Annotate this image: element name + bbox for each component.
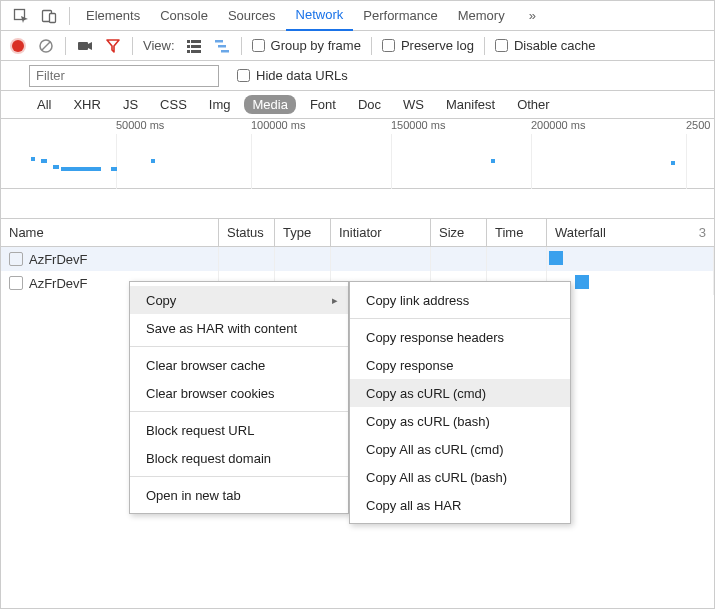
divider [130, 411, 348, 412]
svg-rect-5 [78, 42, 88, 50]
timeline-tick: 50000 ms [116, 119, 164, 131]
svg-rect-13 [218, 45, 226, 48]
ctx-clear-cookies[interactable]: Clear browser cookies [130, 379, 348, 407]
network-toolbar: View: Group by frame Preserve log Disabl… [1, 31, 714, 61]
tab-performance[interactable]: Performance [353, 1, 447, 31]
timeline-tick: 100000 ms [251, 119, 305, 131]
camera-icon[interactable] [76, 37, 94, 55]
ctx-clear-cache[interactable]: Clear browser cache [130, 351, 348, 379]
file-name: AzFrDevF [29, 276, 88, 291]
svg-rect-7 [191, 40, 201, 43]
divider [484, 37, 485, 55]
waterfall-bar [549, 251, 563, 265]
ctx-copy-all-curl-cmd[interactable]: Copy All as cURL (cmd) [350, 435, 570, 463]
tabs-overflow-icon[interactable]: » [519, 1, 546, 31]
divider [130, 346, 348, 347]
file-name: AzFrDevF [29, 252, 88, 267]
view-list-icon[interactable] [185, 37, 203, 55]
column-size[interactable]: Size [431, 219, 487, 246]
tab-memory[interactable]: Memory [448, 1, 515, 31]
ctx-block-domain[interactable]: Block request domain [130, 444, 348, 472]
filter-icon[interactable] [104, 37, 122, 55]
svg-rect-12 [215, 40, 223, 43]
svg-rect-9 [191, 45, 201, 48]
ctx-copy-link[interactable]: Copy link address [350, 286, 570, 314]
divider [130, 476, 348, 477]
ctx-save-har[interactable]: Save as HAR with content [130, 314, 348, 342]
divider [241, 37, 242, 55]
type-js[interactable]: JS [115, 95, 146, 114]
view-label: View: [143, 38, 175, 53]
tab-elements[interactable]: Elements [76, 1, 150, 31]
ctx-copy-all-curl-bash[interactable]: Copy All as cURL (bash) [350, 463, 570, 491]
ctx-copy[interactable]: Copy [130, 286, 348, 314]
column-initiator[interactable]: Initiator [331, 219, 431, 246]
timeline-tick: 150000 ms [391, 119, 445, 131]
device-toggle-icon[interactable] [35, 2, 63, 30]
ctx-copy-headers[interactable]: Copy response headers [350, 323, 570, 351]
type-css[interactable]: CSS [152, 95, 195, 114]
ctx-copy-curl-cmd[interactable]: Copy as cURL (cmd) [350, 379, 570, 407]
type-img[interactable]: Img [201, 95, 239, 114]
ctx-open-new-tab[interactable]: Open in new tab [130, 481, 348, 509]
timeline-tick: 2500 [686, 119, 710, 131]
filter-input[interactable] [29, 65, 219, 87]
type-doc[interactable]: Doc [350, 95, 389, 114]
divider [371, 37, 372, 55]
column-type[interactable]: Type [275, 219, 331, 246]
type-all[interactable]: All [29, 95, 59, 114]
resource-type-filter: All XHR JS CSS Img Media Font Doc WS Man… [1, 91, 714, 119]
tab-console[interactable]: Console [150, 1, 218, 31]
preserve-log-input[interactable] [382, 39, 395, 52]
tab-sources[interactable]: Sources [218, 1, 286, 31]
type-media[interactable]: Media [244, 95, 295, 114]
hide-data-urls-checkbox[interactable]: Hide data URLs [237, 68, 348, 83]
devtools-tabbar: Elements Console Sources Network Perform… [1, 1, 714, 31]
column-name[interactable]: Name [1, 219, 219, 246]
type-xhr[interactable]: XHR [65, 95, 108, 114]
network-filterbar: Hide data URLs [1, 61, 714, 91]
ctx-copy-curl-bash[interactable]: Copy as cURL (bash) [350, 407, 570, 435]
request-table-header: Name Status Type Initiator Size Time Wat… [1, 219, 714, 247]
svg-rect-2 [50, 13, 56, 22]
type-ws[interactable]: WS [395, 95, 432, 114]
file-icon [9, 252, 23, 266]
clear-icon[interactable] [37, 37, 55, 55]
context-menu: Copy Save as HAR with content Clear brow… [129, 281, 349, 514]
svg-rect-10 [187, 50, 190, 53]
table-row[interactable]: AzFrDevF [1, 247, 714, 271]
ctx-block-url[interactable]: Block request URL [130, 416, 348, 444]
timeline-overview[interactable]: 50000 ms 100000 ms 150000 ms 200000 ms 2… [1, 119, 714, 189]
divider [132, 37, 133, 55]
svg-line-4 [42, 42, 50, 50]
column-time[interactable]: Time [487, 219, 547, 246]
divider [69, 7, 70, 25]
inspect-icon[interactable] [7, 2, 35, 30]
svg-rect-11 [191, 50, 201, 53]
disable-cache-checkbox[interactable]: Disable cache [495, 38, 596, 53]
timeline-marks [1, 139, 714, 188]
preserve-log-checkbox[interactable]: Preserve log [382, 38, 474, 53]
divider [65, 37, 66, 55]
timeline-tick: 200000 ms [531, 119, 585, 131]
waterfall-bar [575, 275, 589, 289]
column-status[interactable]: Status [219, 219, 275, 246]
group-by-frame-input[interactable] [252, 39, 265, 52]
svg-rect-8 [187, 45, 190, 48]
disable-cache-input[interactable] [495, 39, 508, 52]
record-icon[interactable] [9, 37, 27, 55]
context-submenu-copy: Copy link address Copy response headers … [349, 281, 571, 524]
ctx-copy-response[interactable]: Copy response [350, 351, 570, 379]
divider [350, 318, 570, 319]
view-waterfall-icon[interactable] [213, 37, 231, 55]
svg-rect-14 [221, 50, 229, 53]
type-manifest[interactable]: Manifest [438, 95, 503, 114]
hide-data-urls-input[interactable] [237, 69, 250, 82]
column-waterfall[interactable]: Waterfall3 [547, 219, 714, 246]
type-other[interactable]: Other [509, 95, 558, 114]
group-by-frame-checkbox[interactable]: Group by frame [252, 38, 361, 53]
ctx-copy-all-har[interactable]: Copy all as HAR [350, 491, 570, 519]
type-font[interactable]: Font [302, 95, 344, 114]
tab-network[interactable]: Network [286, 1, 354, 31]
svg-rect-6 [187, 40, 190, 43]
